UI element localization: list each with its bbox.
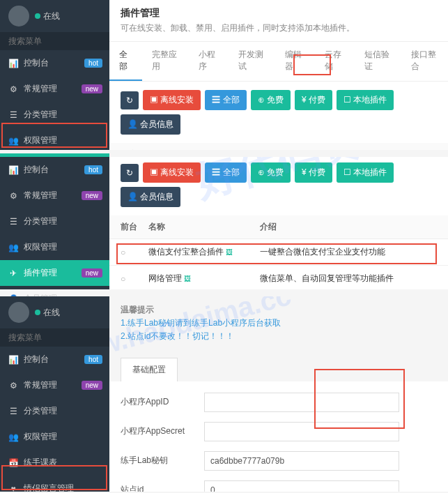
- filter-paid-button[interactable]: ¥ 付费: [295, 90, 332, 110]
- tip-line: 1.练手Lab秘钥请到练手Lab小程序后台获取: [121, 317, 437, 330]
- user-status-row: 在线: [0, 296, 109, 328]
- sidebar-item-控制台[interactable]: 📊控制台hot: [0, 157, 109, 183]
- filter-all-button[interactable]: ☰ 全部: [205, 90, 246, 110]
- sidebar-item-常规管理[interactable]: ⚙常规管理new: [0, 372, 109, 398]
- plugin-desc: 微信菜单、自动回复管理等功能插件: [260, 273, 437, 285]
- refresh-button[interactable]: ↻: [121, 91, 139, 109]
- nav-label: 常规管理: [24, 190, 57, 202]
- nav-label: 权限管理: [24, 135, 57, 146]
- page-subtitle: 可在线安装、卸载、禁用、启用插件，同时支持添加本地插件。: [121, 22, 437, 34]
- form-label: 小程序AppID: [121, 396, 204, 408]
- home-icon: ○: [121, 274, 148, 284]
- sidebar-item-插件管理[interactable]: ✈插件管理new: [0, 260, 109, 286]
- tab-全部[interactable]: 全部: [109, 42, 142, 81]
- filter-paid-button[interactable]: ¥ 付费: [295, 162, 332, 183]
- tab-云存储[interactable]: 云存储: [315, 42, 355, 81]
- sidebar-item-控制台[interactable]: 📊控制台hot: [0, 347, 109, 372]
- nav-badge: hot: [84, 59, 102, 68]
- nav-icon: ✈: [8, 268, 18, 278]
- search-row[interactable]: 🔍: [0, 328, 109, 347]
- table-row[interactable]: ○网络管理 🖼微信菜单、自动回复管理等功能插件: [109, 266, 448, 289]
- offline-install-button[interactable]: ▣ 离线安装: [143, 162, 201, 183]
- form-row: 站点id: [121, 480, 437, 492]
- col-desc: 介绍: [260, 221, 437, 233]
- plugin-desc: 一键整合微信支付宝企业支付功能: [260, 246, 437, 258]
- form-input-小程序AppSecret[interactable]: [204, 422, 399, 441]
- nav-label: 插件管理: [24, 267, 57, 279]
- tab-编辑器[interactable]: 编辑器: [275, 42, 315, 81]
- table-row[interactable]: ○微信支付宝整合插件 🖼一键整合微信支付宝企业支付功能: [109, 239, 448, 266]
- filter-free-button[interactable]: ⊕ 免费: [251, 90, 291, 110]
- nav-icon: 📊: [8, 355, 18, 365]
- form-input-站点id[interactable]: [204, 480, 399, 492]
- sidebar-item-分类管理[interactable]: ☰分类管理: [0, 102, 109, 128]
- member-info-button[interactable]: 👤 会员信息: [121, 114, 180, 135]
- sidebar-item-控制台[interactable]: 📊控制台hot: [0, 50, 109, 76]
- sidebar-item-常规管理[interactable]: ⚙常规管理new: [0, 183, 109, 208]
- nav-badge: new: [82, 84, 102, 93]
- tab-短信验证[interactable]: 短信验证: [355, 42, 401, 81]
- tab-完整应用[interactable]: 完整应用: [142, 42, 189, 81]
- search-row[interactable]: 🔍: [0, 32, 109, 50]
- page-title: 插件管理: [121, 7, 437, 20]
- sidebar-item-练手课表[interactable]: 📅练手课表: [0, 450, 109, 476]
- filter-local-button[interactable]: ☐ 本地插件: [337, 162, 394, 183]
- nav-label: 练手课表: [24, 457, 57, 469]
- col-name: 名称: [148, 221, 260, 233]
- nav-icon: ⚙: [8, 381, 18, 390]
- refresh-button[interactable]: ↻: [121, 164, 139, 182]
- filter-free-button[interactable]: ⊕ 免费: [251, 162, 291, 183]
- form-input-练手Lab秘钥[interactable]: [204, 451, 399, 471]
- tab-开发测试[interactable]: 开发测试: [229, 42, 275, 81]
- nav-label: 控制台: [24, 57, 49, 69]
- nav-badge: new: [82, 268, 102, 278]
- offline-install-button[interactable]: ▣ 离线安装: [143, 90, 201, 110]
- filter-all-button[interactable]: ☰ 全部: [205, 162, 246, 183]
- col-name: 名称: [148, 149, 260, 150]
- sidebar-item-分类管理[interactable]: ☰分类管理: [0, 398, 109, 424]
- nav-icon: 📊: [8, 59, 18, 68]
- col-front: 前台: [121, 149, 148, 150]
- nav-icon: 👥: [8, 432, 18, 442]
- status-text: 在线: [43, 308, 60, 317]
- nav-label: 分类管理: [24, 109, 57, 121]
- nav-label: 情侣留言管理: [24, 483, 74, 493]
- status-dot-icon: [35, 310, 40, 315]
- home-icon: ○: [121, 248, 148, 257]
- sidebar-item-权限管理[interactable]: 👥权限管理: [0, 424, 109, 450]
- tip-title: 温馨提示: [121, 303, 437, 317]
- form-label: 小程序AppSecret: [121, 425, 204, 437]
- config-tab[interactable]: 基础配置: [121, 358, 178, 381]
- nav-label: 控制台: [24, 164, 49, 176]
- nav-label: 分类管理: [24, 215, 57, 227]
- filter-local-button[interactable]: ☐ 本地插件: [337, 90, 394, 110]
- sidebar-item-常规管理[interactable]: ⚙常规管理new: [0, 76, 109, 102]
- search-input[interactable]: [8, 333, 113, 342]
- tab-小程序[interactable]: 小程序: [189, 42, 229, 81]
- image-icon: 🖼: [226, 248, 233, 256]
- nav-label: 权限管理: [24, 431, 57, 443]
- avatar: [8, 6, 29, 26]
- tip-line: 2.站点id不要改！！切记！！！: [121, 330, 437, 343]
- table-header: 前台 名称 介绍: [109, 215, 448, 239]
- sidebar-item-情侣留言管理[interactable]: ♥情侣留言管理: [0, 476, 109, 493]
- search-input[interactable]: [8, 36, 113, 46]
- sidebar-item-权限管理[interactable]: 👥权限管理: [0, 128, 109, 153]
- nav-icon: ☰: [8, 110, 18, 120]
- nav-icon: 📊: [8, 165, 18, 175]
- sidebar-item-分类管理[interactable]: ☰分类管理: [0, 208, 109, 234]
- nav-label: 常规管理: [24, 379, 57, 391]
- form-input-小程序AppID[interactable]: [204, 393, 399, 412]
- nav-badge: new: [82, 381, 102, 390]
- nav-badge: hot: [84, 355, 102, 364]
- col-desc: 介绍: [260, 149, 437, 150]
- form-row: 小程序AppSecret: [121, 422, 437, 441]
- tab-接口整合[interactable]: 接口整合: [401, 42, 448, 81]
- user-status-row: 在线: [0, 0, 109, 32]
- nav-icon: 👥: [8, 136, 18, 146]
- sidebar-item-权限管理[interactable]: 👥权限管理: [0, 234, 109, 260]
- form-row: 练手Lab秘钥: [121, 451, 437, 471]
- member-info-button[interactable]: 👤 会员信息: [121, 187, 180, 207]
- avatar: [8, 302, 29, 323]
- plugin-name: 微信支付宝整合插件 🖼: [148, 246, 260, 258]
